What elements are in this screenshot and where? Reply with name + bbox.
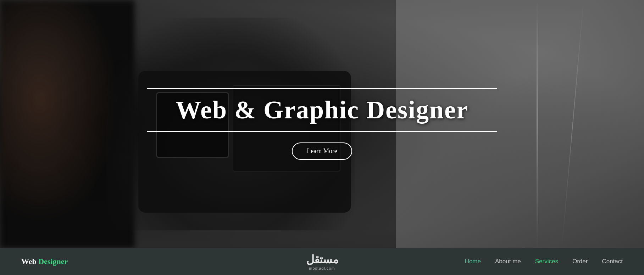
nav-link-services[interactable]: Services — [535, 258, 558, 265]
navbar-brand[interactable]: Web Designer — [21, 257, 68, 266]
hero-content: Web & Graphic Designer Learn More — [147, 88, 497, 160]
brand-web: Web — [21, 257, 37, 266]
nav-link-about[interactable]: About me — [495, 258, 521, 265]
navbar-center-logo: مستقل mostaql.com — [306, 253, 338, 270]
brand-designer: Designer — [37, 257, 68, 266]
nav-item-home[interactable]: Home — [465, 258, 481, 265]
hero-title: Web & Graphic Designer — [176, 95, 468, 125]
navbar: Web Designer مستقل mostaql.com Home Abou… — [0, 248, 644, 275]
hero-section: Web & Graphic Designer Learn More — [0, 0, 644, 248]
nav-item-order[interactable]: Order — [572, 258, 588, 265]
logo-subtext: mostaql.com — [309, 266, 335, 270]
learn-more-button[interactable]: Learn More — [292, 142, 352, 160]
nav-item-services[interactable]: Services — [535, 258, 558, 265]
nav-item-about[interactable]: About me — [495, 258, 521, 265]
nav-link-order[interactable]: Order — [572, 258, 588, 265]
bg-line-1 — [537, 0, 538, 248]
logo-arabic-text: مستقل — [306, 253, 338, 266]
nav-item-contact[interactable]: Contact — [602, 258, 623, 265]
nav-link-home[interactable]: Home — [465, 258, 481, 265]
hero-title-container: Web & Graphic Designer — [147, 88, 497, 132]
nav-list: Home About me Services Order Contact — [465, 258, 623, 265]
nav-link-contact[interactable]: Contact — [602, 258, 623, 265]
